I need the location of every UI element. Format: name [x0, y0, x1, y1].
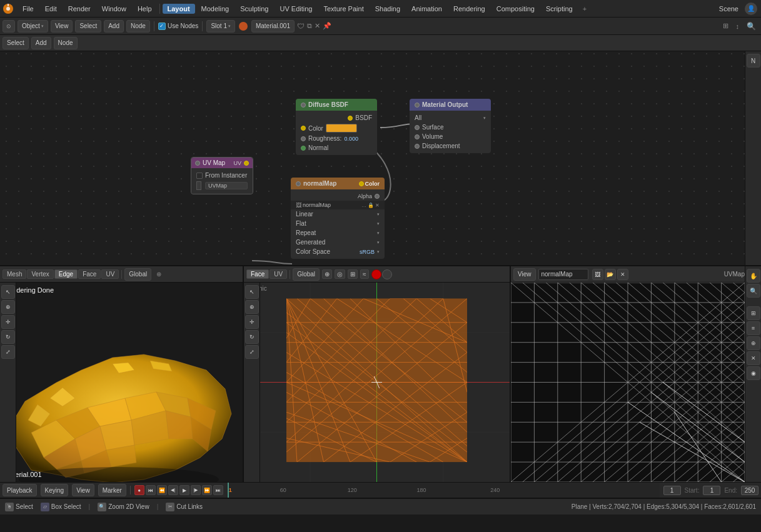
box-select-status-btn[interactable]: ▱ Box Select [41, 503, 81, 511]
add-menu-btn[interactable]: Add [104, 20, 124, 33]
uv-editor-content[interactable]: graphic [244, 283, 510, 482]
account-icon[interactable]: 👤 [745, 3, 757, 15]
duplicate-icon[interactable]: ⧉ [307, 22, 312, 30]
global-btn[interactable]: Global [124, 268, 151, 281]
uv-select-btn[interactable]: ↖ [245, 285, 259, 299]
node-menu-btn[interactable]: Node [126, 20, 150, 33]
normalmap-close-icon[interactable]: ✕ [375, 203, 380, 208]
normalmap-repeat-row[interactable]: Repeat ▾ [291, 228, 385, 238]
uv-face-tab[interactable]: Face [246, 269, 269, 279]
transform-icon-btn[interactable]: ↕ [733, 21, 742, 31]
uv-scale-btn[interactable]: ⤢ [245, 345, 259, 359]
vertex-tab[interactable]: Vertex [27, 269, 53, 279]
diffuse-bsdf-node[interactable]: Diffuse BSDF BSDF Color Roughness: 0.000 [296, 99, 377, 155]
uvmap-tool5-icon[interactable]: ◉ [747, 366, 760, 380]
cut-links-btn[interactable]: ✂ Cut Links [166, 503, 203, 511]
face-tab[interactable]: Face [78, 269, 101, 279]
search-icon-btn[interactable]: 🔍 [744, 21, 758, 32]
3d-viewport-content[interactable]: Rendering Done [0, 283, 243, 482]
uv-grid-icon[interactable]: ⊞ [348, 269, 358, 279]
uv-uv-tab[interactable]: UV [270, 269, 287, 279]
uv-histogram-icon[interactable]: ≈ [360, 269, 369, 279]
normalmap-node[interactable]: normalMap Color Alpha 🖼 normalMap … 🔒 [291, 178, 385, 259]
scene-name[interactable]: Scene [714, 4, 743, 14]
uv-move-btn[interactable]: ✛ [245, 315, 259, 329]
current-frame-input[interactable]: 1 [663, 486, 681, 495]
workspace-sculpting[interactable]: Sculpting [235, 4, 273, 14]
timeline-ruler-area[interactable]: 1 60 120 180 240 [227, 483, 660, 498]
uvmap-browse-btn[interactable]: 📂 [605, 269, 616, 280]
use-nodes-check[interactable]: ✓ Use Nodes [158, 23, 198, 30]
workspace-modeling[interactable]: Modeling [196, 4, 234, 14]
material-name-dropdown[interactable]: Material.001 [251, 20, 295, 33]
cursor-tool-btn[interactable]: ⊕ [1, 300, 15, 314]
next-keyframe-btn[interactable]: |▶ [191, 485, 201, 495]
pin-icon[interactable]: 📌 [323, 22, 331, 30]
start-frame-input[interactable]: 1 [703, 486, 720, 495]
normalmap-interpolation-row[interactable]: Linear ▾ [291, 209, 385, 219]
view-menu-btn[interactable]: View [51, 20, 73, 33]
edge-tab[interactable]: Edge [54, 269, 78, 279]
workspace-compositing[interactable]: Compositing [491, 4, 540, 14]
slot-dropdown[interactable]: Slot 1 ▾ [206, 20, 235, 33]
workspace-rendering[interactable]: Rendering [448, 4, 490, 14]
view-menu-tl-btn[interactable]: View [72, 484, 94, 496]
uvmap-tool3-icon[interactable]: ⊕ [747, 336, 760, 350]
workspace-shading[interactable]: Shading [370, 4, 405, 14]
instancer-checkbox[interactable] [196, 173, 203, 179]
uvmap-image-btn[interactable]: 🖼 [592, 269, 603, 280]
zoom-2d-btn[interactable]: 🔍 Zoom 2D View [98, 503, 149, 511]
record-btn[interactable]: ● [134, 485, 144, 495]
uv-tab[interactable]: UV [101, 269, 119, 279]
move-tool-btn[interactable]: ✛ [1, 315, 15, 329]
normalmap-colorspace-row[interactable]: Color Space sRGB ▾ [291, 247, 385, 256]
node-select-btn[interactable]: Select [3, 37, 29, 49]
uv-rotate-btn[interactable]: ↻ [245, 330, 259, 344]
node-add-btn[interactable]: Add [31, 37, 51, 49]
next-frame-btn[interactable]: ⏩ [202, 485, 212, 495]
menu-window[interactable]: Window [97, 4, 131, 14]
uvmap-tool4-icon[interactable]: ✕ [747, 351, 760, 365]
uv-magnet-icon[interactable]: ⊕ [322, 269, 332, 279]
workspace-scripting[interactable]: Scripting [541, 4, 578, 14]
view-icon-btn[interactable]: ⊞ [720, 21, 731, 31]
select-menu-btn[interactable]: Select [75, 20, 101, 33]
select-tool-btn[interactable]: ↖ [1, 285, 15, 299]
uv-red-btn[interactable] [371, 269, 381, 279]
normalmap-source-row[interactable]: Generated ▾ [291, 238, 385, 247]
workspace-layout[interactable]: Layout [163, 4, 195, 14]
playback-menu-btn[interactable]: Playback [3, 484, 37, 496]
menu-edit[interactable]: Edit [40, 4, 62, 14]
uvmap-zoom-icon[interactable]: 🔍 [747, 284, 760, 298]
color-swatch[interactable] [326, 124, 357, 133]
play-btn[interactable]: ▶ [179, 485, 189, 495]
object-mode-dropdown[interactable]: Object ▾ [18, 20, 48, 33]
skip-start-btn[interactable]: ⏮ [146, 485, 156, 495]
uv-gray-btn[interactable] [382, 269, 392, 279]
scale-tool-btn[interactable]: ⤢ [1, 345, 15, 359]
uvmap-content[interactable] [511, 283, 745, 482]
skip-end-btn[interactable]: ⏭ [213, 485, 223, 495]
end-frame-input[interactable]: 250 [741, 486, 758, 495]
workspace-animation[interactable]: Animation [406, 4, 447, 14]
prev-keyframe-btn[interactable]: ◀| [168, 485, 178, 495]
transform-icon[interactable]: ⊕ [154, 270, 164, 278]
uvmap-hand-icon[interactable]: ✋ [747, 269, 760, 283]
menu-render[interactable]: Render [63, 4, 96, 14]
uv-global-btn[interactable]: Global [293, 268, 320, 281]
prev-frame-btn[interactable]: ⏪ [157, 485, 167, 495]
menu-help[interactable]: Help [133, 4, 157, 14]
uv-map-node[interactable]: UV Map UV From Instancer UVMap [191, 157, 253, 194]
close-material-icon[interactable]: ✕ [315, 22, 320, 30]
uv-cursor-btn[interactable]: ⊕ [245, 300, 259, 314]
select-status-btn[interactable]: 🖱 Select [5, 503, 33, 511]
normalmap-flat-row[interactable]: Flat ▾ [291, 219, 385, 228]
workspace-uv-editing[interactable]: UV Editing [275, 4, 318, 14]
node-node-btn[interactable]: Node [54, 37, 78, 49]
workspace-texture-paint[interactable]: Texture Paint [318, 4, 368, 14]
uvmap-image-name[interactable]: normalMap [538, 269, 588, 280]
uv-proportional-icon[interactable]: ◎ [335, 269, 345, 279]
uvmap-view-btn[interactable]: View [513, 268, 536, 281]
menu-file[interactable]: File [18, 4, 39, 14]
material-output-node[interactable]: Material Output All ▾ Surface Volume Dis [410, 99, 491, 153]
